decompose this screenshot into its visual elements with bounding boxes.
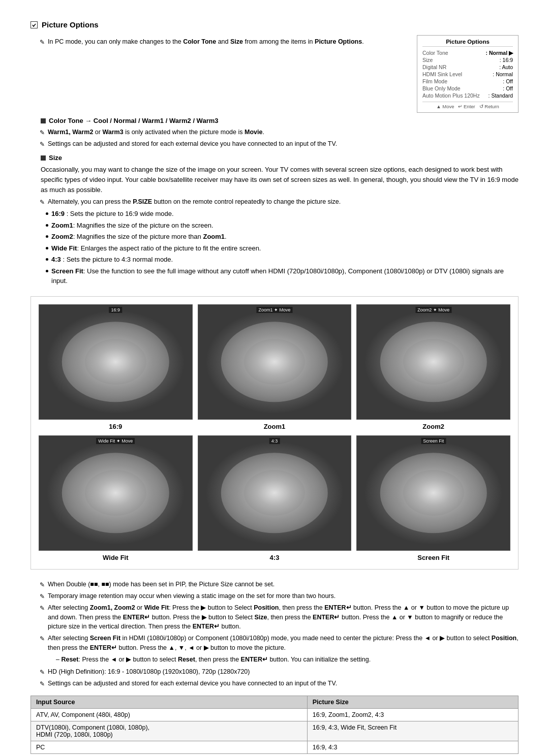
temp-retention-note: ✎ Temporary image retention may occur wh… bbox=[40, 591, 518, 601]
caption-zoom1: Zoom1 bbox=[264, 423, 286, 430]
dot-icon-2 bbox=[46, 224, 48, 227]
flower-center-2 bbox=[244, 339, 305, 385]
table-cell-source-1: ATV, AV, Component (480i, 480p) bbox=[31, 709, 308, 721]
image-cell-zoom2: Zoom2 ✦ Move Zoom2 bbox=[356, 304, 510, 430]
box-val-motion: : Standard bbox=[489, 92, 513, 99]
pencil-icon-8: ✎ bbox=[40, 634, 45, 643]
size-heading-item: Size bbox=[41, 154, 518, 162]
table-header-source: Input Source bbox=[31, 696, 308, 709]
dot-icon-6 bbox=[46, 270, 48, 272]
zoom-select-note-text: After selecting Zoom1, Zoom2 or Wide Fit… bbox=[48, 603, 518, 632]
color-tone-heading-item: Color Tone → Cool / Normal / Warm1 / War… bbox=[41, 117, 518, 124]
size-description: Occasionally, you may want to change the… bbox=[41, 165, 518, 195]
pc-mode-note-text: In PC mode, you can only make changes to… bbox=[48, 37, 364, 47]
page-content: Picture Options ✎ In PC mode, you can on… bbox=[30, 20, 518, 756]
bullet-zoom2-text: Zoom2: Magnifies the size of the picture… bbox=[51, 232, 227, 242]
box-label-motion: Auto Motion Plus 120Hz bbox=[422, 92, 480, 99]
caption-43: 4:3 bbox=[270, 554, 280, 561]
table-cell-size-3: 16:9, 4:3 bbox=[307, 741, 518, 754]
first-section-row: ✎ In PC mode, you can only make changes … bbox=[30, 35, 518, 113]
settings-adj-note: ✎ Settings can be adjusted and stored fo… bbox=[40, 139, 518, 149]
box-val-dnr: : Auto bbox=[499, 64, 513, 70]
image-frame-screenfit: Screen Fit bbox=[356, 435, 510, 551]
pencil-icon-2: ✎ bbox=[40, 128, 45, 137]
input-source-table: Input Source Picture Size ATV, AV, Compo… bbox=[30, 696, 518, 754]
caption-screenfit: Screen Fit bbox=[417, 554, 449, 561]
flower-center-5 bbox=[244, 470, 305, 516]
table-row-1: ATV, AV, Component (480i, 480p) 16:9, Zo… bbox=[31, 709, 518, 721]
overlay-label-zoom1: Zoom1 ✦ Move bbox=[256, 307, 292, 313]
caption-widefit: Wide Fit bbox=[103, 554, 128, 561]
hd-note: ✎ HD (High Definition): 16:9 - 1080i/108… bbox=[40, 667, 518, 677]
box-val-film: : Off bbox=[503, 78, 513, 84]
picture-options-box: Picture Options Color Tone : Normal ▶ Si… bbox=[417, 35, 518, 113]
flower-center-4 bbox=[85, 470, 146, 516]
bullet-43: 4:3 : Sets the picture to 4:3 normal mod… bbox=[46, 255, 518, 265]
caption-zoom2: Zoom2 bbox=[422, 423, 444, 430]
pencil-icon: ✎ bbox=[40, 38, 45, 47]
pencil-icon-6: ✎ bbox=[40, 592, 45, 601]
box-row-dnr: Digital NR : Auto bbox=[422, 64, 513, 71]
image-cell-43: 4:3 4:3 bbox=[198, 435, 352, 561]
bullet-43-text: 4:3 : Sets the picture to 4:3 normal mod… bbox=[51, 255, 173, 265]
image-frame-widefit: Wide Fit ✦ Move bbox=[39, 435, 193, 551]
overlay-label-screenfit: Screen Fit bbox=[421, 438, 446, 444]
black-square-icon bbox=[41, 118, 46, 123]
table-row-2: DTV(1080i), Component (1080i, 1080p),HDM… bbox=[31, 721, 518, 741]
box-val-hdmi: : Normal bbox=[493, 71, 513, 77]
bullet-169-text: 16:9 : Sets the picture to 16:9 wide mod… bbox=[51, 209, 174, 219]
image-grid: 16:9 16:9 Zoom1 ✦ Move Zoom1 Zoom2 ✦ Mov… bbox=[30, 296, 518, 570]
box-label-hdmi: HDMI Sink Level bbox=[422, 71, 462, 77]
overlay-label-zoom2: Zoom2 ✦ Move bbox=[415, 307, 451, 313]
warm-note-text: Warm1, Warm2 or Warm3 is only activated … bbox=[48, 128, 264, 137]
caption-169: 16:9 bbox=[109, 423, 122, 430]
color-tone-heading-text: Color Tone → Cool / Normal / Warm1 / War… bbox=[49, 117, 218, 124]
box-nav-hint: ▲ Move ↵ Enter ↺ Return bbox=[422, 102, 513, 109]
bullet-zoom1-text: Zoom1: Magnifies the size of the picture… bbox=[51, 220, 214, 231]
dot-icon-3 bbox=[46, 235, 48, 238]
table-cell-size-1: 16:9, Zoom1, Zoom2, 4:3 bbox=[307, 709, 518, 721]
table-row-3: PC 16:9, 4:3 bbox=[31, 741, 518, 754]
image-cell-zoom1: Zoom1 ✦ Move Zoom1 bbox=[198, 304, 352, 430]
box-val-colortone: : Normal ▶ bbox=[485, 50, 513, 56]
bullet-widefit: Wide Fit: Enlarges the aspect ratio of t… bbox=[46, 243, 518, 254]
bullet-screenfit-text: Screen Fit: Use the function to see the … bbox=[51, 266, 518, 286]
dot-icon-5 bbox=[46, 258, 48, 261]
bullet-zoom1: Zoom1: Magnifies the size of the picture… bbox=[46, 220, 518, 231]
overlay-label-169: 16:9 bbox=[109, 307, 123, 313]
screenfit-center-note: ✎ After selecting Screen Fit in HDMI (10… bbox=[40, 634, 518, 653]
box-row-hdmi: HDMI Sink Level : Normal bbox=[422, 71, 513, 78]
bullet-widefit-text: Wide Fit: Enlarges the aspect ratio of t… bbox=[51, 243, 261, 254]
box-val-size: : 16:9 bbox=[500, 57, 513, 63]
image-frame-43: 4:3 bbox=[198, 435, 352, 551]
overlay-label-43: 4:3 bbox=[269, 438, 280, 444]
image-cell-screenfit: Screen Fit Screen Fit bbox=[356, 435, 510, 561]
pencil-icon-3: ✎ bbox=[40, 140, 45, 149]
double-mode-note: ✎ When Double (■■, ■■) mode has been set… bbox=[40, 580, 518, 589]
box-label-blue: Blue Only Mode bbox=[422, 85, 461, 91]
dot-icon-4 bbox=[46, 247, 48, 249]
table-cell-source-2: DTV(1080i), Component (1080i, 1080p),HDM… bbox=[31, 721, 308, 741]
box-row-colortone: Color Tone : Normal ▶ bbox=[422, 49, 513, 56]
temp-retention-note-text: Temporary image retention may occur when… bbox=[48, 591, 336, 601]
image-frame-zoom1: Zoom1 ✦ Move bbox=[198, 304, 352, 420]
box-row-size: Size : 16:9 bbox=[422, 56, 513, 64]
box-val-blue: : Off bbox=[503, 85, 513, 91]
box-row-blue: Blue Only Mode : Off bbox=[422, 85, 513, 92]
table-cell-size-2: 16:9, 4:3, Wide Fit, Screen Fit bbox=[307, 721, 518, 741]
settings-note-2-text: Settings can be adjusted and stored for … bbox=[48, 679, 337, 688]
bullet-zoom2: Zoom2: Magnifies the size of the picture… bbox=[46, 232, 518, 242]
pencil-icon-5: ✎ bbox=[40, 580, 45, 589]
pencil-icon-9: ✎ bbox=[40, 668, 45, 677]
first-section-text: ✎ In PC mode, you can only make changes … bbox=[30, 35, 407, 49]
hd-note-text: HD (High Definition): 16:9 - 1080i/1080p… bbox=[48, 667, 250, 677]
flower-center-6 bbox=[403, 470, 464, 516]
checkbox-icon bbox=[30, 21, 38, 28]
box-title: Picture Options bbox=[422, 39, 513, 47]
pencil-icon-7: ✎ bbox=[40, 604, 45, 613]
bullet-screenfit: Screen Fit: Use the function to see the … bbox=[46, 266, 518, 286]
image-cell-169: 16:9 16:9 bbox=[39, 304, 193, 430]
screenfit-center-note-text: After selecting Screen Fit in HDMI (1080… bbox=[48, 634, 518, 653]
dot-icon bbox=[46, 212, 48, 215]
warm-note: ✎ Warm1, Warm2 or Warm3 is only activate… bbox=[40, 128, 518, 137]
